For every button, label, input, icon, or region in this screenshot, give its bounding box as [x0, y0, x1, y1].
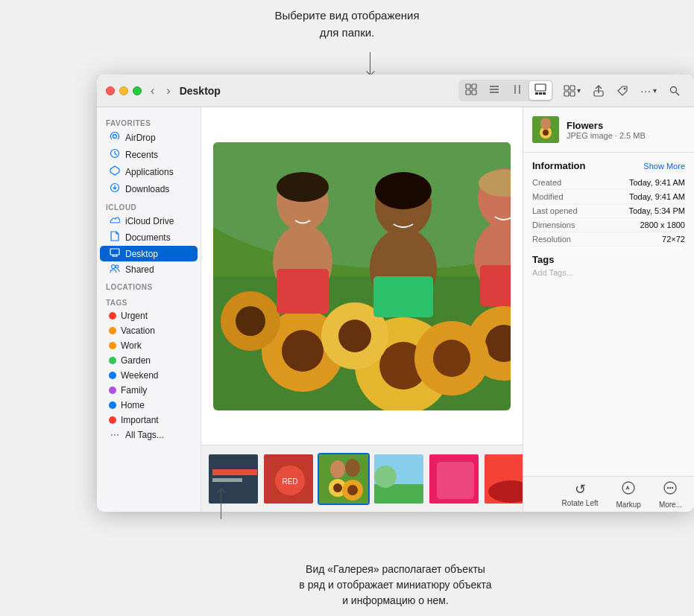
sidebar-item-icloud-drive[interactable]: iCloud Drive [100, 213, 198, 229]
rotate-left-label: Rotate Left [562, 499, 599, 507]
dimensions-label: Dimensions [532, 220, 575, 229]
sidebar-item-home[interactable]: Home [100, 398, 198, 413]
svg-point-94 [543, 130, 549, 136]
gallery-image[interactable] [213, 142, 511, 410]
thumbnail-3[interactable] [318, 453, 370, 505]
sidebar-item-recents[interactable]: Recents [100, 146, 198, 163]
show-more-link[interactable]: Show More [643, 162, 685, 171]
sidebar-item-work[interactable]: Work [100, 338, 198, 353]
view-list-button[interactable] [483, 81, 505, 100]
gallery-area: RED [201, 107, 523, 512]
fullscreen-button[interactable] [133, 86, 142, 95]
sidebar-item-label: Recents [125, 150, 158, 160]
dimensions-value: 2800 x 1800 [640, 220, 685, 229]
thumbnail-1[interactable] [207, 453, 259, 505]
thumbnail-2[interactable]: RED [262, 453, 315, 505]
close-button[interactable] [106, 86, 115, 95]
svg-point-29 [116, 265, 119, 268]
sidebar-item-vacation[interactable]: Vacation [100, 323, 198, 338]
sidebar-item-label: Urgent [121, 311, 148, 321]
sidebar-item-garden[interactable]: Garden [100, 353, 198, 368]
more-actions-button[interactable]: ··· ▾ [636, 82, 661, 100]
svg-rect-15 [564, 92, 569, 96]
info-row-dimensions: Dimensions 2800 x 1800 [532, 218, 685, 232]
downloads-icon [109, 182, 121, 195]
sidebar-item-label: Home [121, 400, 145, 410]
sidebar-item-airdrop[interactable]: AirDrop [100, 129, 198, 146]
sidebar-item-family[interactable]: Family [100, 383, 198, 398]
view-gallery-button[interactable] [529, 81, 552, 100]
thumbnail-5[interactable] [428, 453, 480, 505]
sidebar-item-downloads[interactable]: Downloads [100, 180, 198, 197]
tooltip-line2: для папки. [320, 26, 375, 39]
titlebar: ‹ › Desktop [97, 74, 694, 107]
svg-point-28 [112, 265, 116, 269]
view-grid-button[interactable] [460, 81, 482, 100]
svg-point-18 [624, 87, 626, 89]
icloud-icon [109, 215, 121, 226]
inspector-panel: Flowers JPEG image · 2.5 MB Information … [523, 107, 694, 512]
search-button[interactable] [664, 82, 685, 100]
tags-section: Tags Add Tags... [532, 254, 685, 277]
minimize-button[interactable] [119, 86, 128, 95]
share-button[interactable] [588, 82, 609, 100]
photo-svg [213, 142, 511, 410]
thumbnail-4[interactable] [373, 453, 425, 505]
file-name: Flowers [567, 120, 646, 131]
gallery-main[interactable] [201, 107, 523, 445]
main-area: Favorites AirDrop Recents [97, 107, 694, 512]
svg-text:RED: RED [282, 477, 297, 486]
svg-point-19 [671, 86, 677, 92]
sidebar-item-shared[interactable]: Shared [100, 261, 198, 277]
sidebar-item-urgent[interactable]: Urgent [100, 308, 198, 323]
forward-button[interactable]: › [163, 83, 173, 99]
more-button[interactable]: More... [659, 480, 682, 509]
svg-point-99 [667, 486, 669, 488]
svg-rect-3 [472, 90, 476, 95]
sidebar-item-label: Vacation [121, 326, 155, 336]
back-button[interactable]: ‹ [148, 83, 157, 99]
recents-icon [109, 148, 121, 161]
gallery-strip: RED [201, 445, 523, 512]
svg-rect-14 [570, 86, 575, 90]
svg-rect-1 [472, 84, 476, 89]
sidebar-item-desktop[interactable]: Desktop [100, 246, 198, 261]
sidebar-item-label: Garden [121, 355, 151, 366]
sidebar-item-label: All Tags... [125, 430, 164, 440]
weekend-dot [109, 372, 116, 379]
home-dot [109, 401, 116, 409]
markup-button[interactable]: Markup [616, 480, 641, 509]
last-opened-value: Today, 5:34 PM [628, 206, 685, 215]
more-icon [663, 480, 678, 499]
family-dot [109, 387, 116, 394]
info-section-header: Information Show More [532, 160, 685, 171]
add-tags-placeholder[interactable]: Add Tags... [532, 268, 685, 277]
sidebar-item-important[interactable]: Important [100, 413, 198, 428]
documents-icon [109, 231, 121, 244]
svg-rect-59 [213, 142, 511, 410]
modified-label: Modified [532, 192, 564, 201]
svg-point-68 [333, 483, 342, 492]
created-label: Created [532, 178, 561, 187]
svg-rect-16 [570, 92, 575, 96]
svg-point-71 [330, 460, 345, 478]
applications-icon [109, 165, 121, 178]
sidebar-item-weekend[interactable]: Weekend [100, 368, 198, 383]
tags-button[interactable] [612, 82, 633, 100]
tags-title: Tags [532, 254, 685, 265]
sidebar-item-label: Documents [125, 232, 171, 243]
thumbnail-6[interactable] [483, 453, 523, 505]
tooltip-bottom-arrow [221, 489, 221, 519]
sidebar-item-all-tags[interactable]: ⋯ All Tags... [100, 428, 198, 442]
tooltip-bottom: Вид «Галерея» располагает объекты в ряд … [97, 562, 694, 609]
rotate-left-button[interactable]: ↺ Rotate Left [562, 481, 599, 507]
more-label: More... [659, 501, 682, 509]
tags-label: Tags [97, 293, 201, 308]
sidebar-item-documents[interactable]: Documents [100, 229, 198, 246]
sidebar-item-applications[interactable]: Applications [100, 163, 198, 180]
group-by-button[interactable]: ▾ [559, 82, 585, 100]
svg-rect-66 [319, 454, 370, 505]
view-columns-button[interactable] [506, 81, 529, 100]
sidebar-item-label: Shared [125, 264, 154, 275]
airdrop-icon [109, 131, 121, 144]
